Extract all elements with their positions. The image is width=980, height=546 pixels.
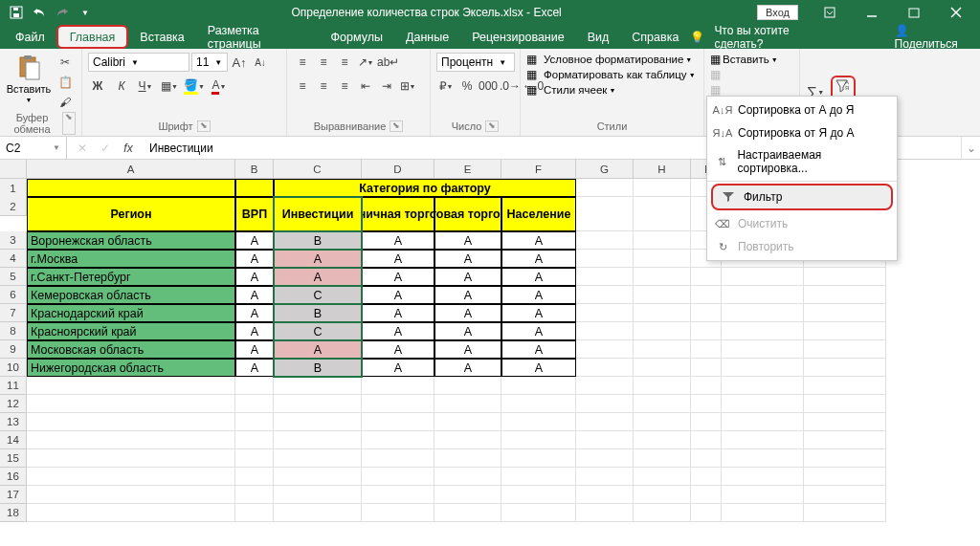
cell[interactable]: Московская область	[27, 340, 235, 359]
cell[interactable]: C	[274, 286, 362, 304]
cell[interactable]	[362, 504, 434, 522]
cell[interactable]	[235, 504, 274, 522]
cell[interactable]	[576, 340, 634, 359]
qat-customize-icon[interactable]: ▼	[75, 2, 96, 23]
cell[interactable]	[804, 395, 886, 413]
cell[interactable]	[691, 377, 722, 395]
cell[interactable]: A	[501, 304, 576, 322]
cell[interactable]	[722, 268, 804, 286]
cell[interactable]	[804, 449, 886, 468]
cell[interactable]: A	[434, 268, 501, 286]
cell[interactable]	[576, 286, 634, 304]
select-all-corner[interactable]	[0, 160, 27, 179]
cell[interactable]: A	[362, 231, 434, 250]
cell[interactable]: A	[501, 340, 576, 359]
cell[interactable]	[27, 179, 235, 197]
currency-icon[interactable]: ₽▼	[436, 76, 456, 96]
cut-icon[interactable]: ✂	[56, 53, 75, 72]
cell[interactable]	[362, 468, 434, 486]
cell[interactable]	[634, 268, 691, 286]
cell[interactable]	[27, 395, 235, 413]
wrap-text-icon[interactable]: ab↵	[377, 53, 399, 72]
cell[interactable]: Категория по фактору	[274, 179, 576, 197]
tab-review[interactable]: Рецензирование	[460, 25, 576, 49]
cell[interactable]	[576, 304, 634, 322]
cell[interactable]: A	[235, 322, 274, 340]
col-header[interactable]: G	[576, 160, 634, 179]
font-color-icon[interactable]: A▼	[210, 76, 229, 96]
tab-data[interactable]: Данные	[394, 25, 460, 49]
cell[interactable]	[804, 359, 886, 377]
insert-cells-button[interactable]: ▦ Вставить ▼	[710, 53, 778, 66]
col-header[interactable]: D	[362, 160, 434, 179]
cell[interactable]	[434, 504, 501, 522]
cell[interactable]: г.Москва	[27, 250, 235, 268]
cell[interactable]	[362, 413, 434, 431]
cell[interactable]: A	[362, 359, 434, 377]
cell[interactable]	[576, 504, 634, 522]
cell[interactable]	[804, 377, 886, 395]
cell[interactable]	[722, 449, 804, 468]
save-icon[interactable]	[6, 2, 27, 23]
close-icon[interactable]	[936, 0, 976, 25]
cell[interactable]: A	[235, 250, 274, 268]
cell[interactable]	[576, 359, 634, 377]
cell[interactable]: A	[501, 268, 576, 286]
cell[interactable]	[804, 322, 886, 340]
delete-cells-button[interactable]: ▦	[710, 68, 721, 81]
fx-icon[interactable]: fx	[119, 139, 138, 158]
cell[interactable]	[804, 286, 886, 304]
font-size-combo[interactable]: 11▼	[191, 53, 228, 72]
cell[interactable]	[235, 468, 274, 486]
grow-font-icon[interactable]: A↑	[230, 53, 249, 72]
cell[interactable]: A	[434, 304, 501, 322]
cell[interactable]	[691, 322, 722, 340]
cell[interactable]	[501, 377, 576, 395]
cell[interactable]	[722, 377, 804, 395]
cell[interactable]	[576, 231, 634, 250]
cell[interactable]	[722, 359, 804, 377]
cell[interactable]	[235, 377, 274, 395]
cell[interactable]	[691, 413, 722, 431]
percent-icon[interactable]: %	[457, 76, 477, 96]
cell[interactable]	[804, 486, 886, 504]
col-header[interactable]: C	[274, 160, 362, 179]
cell[interactable]	[634, 449, 691, 468]
cell[interactable]	[274, 431, 362, 449]
align-middle-icon[interactable]: ≡	[314, 53, 333, 72]
tab-view[interactable]: Вид	[576, 25, 621, 49]
row-header[interactable]: 15	[0, 449, 27, 468]
indent-dec-icon[interactable]: ⇤	[356, 76, 375, 96]
cell[interactable]: A	[235, 286, 274, 304]
cell[interactable]	[634, 231, 691, 250]
format-cells-button[interactable]: ▦	[710, 83, 721, 97]
cell[interactable]	[722, 413, 804, 431]
cell[interactable]	[691, 431, 722, 449]
align-dialog-icon[interactable]: ⬊	[390, 120, 403, 132]
align-center-icon[interactable]: ≡	[314, 76, 333, 96]
cell[interactable]	[691, 286, 722, 304]
cell[interactable]	[804, 340, 886, 359]
cell[interactable]	[634, 340, 691, 359]
cell[interactable]	[691, 304, 722, 322]
cell[interactable]: A	[434, 322, 501, 340]
cell[interactable]	[27, 468, 235, 486]
cell[interactable]: A	[362, 340, 434, 359]
cell[interactable]	[804, 468, 886, 486]
cell[interactable]	[634, 304, 691, 322]
row-header[interactable]: 18	[0, 504, 27, 522]
cell[interactable]	[634, 413, 691, 431]
cell[interactable]	[691, 504, 722, 522]
cell[interactable]	[27, 431, 235, 449]
maximize-icon[interactable]	[894, 0, 934, 25]
cell[interactable]	[691, 449, 722, 468]
cell[interactable]	[634, 359, 691, 377]
cell[interactable]: A	[501, 286, 576, 304]
cell[interactable]: A	[501, 322, 576, 340]
cell[interactable]: A	[235, 340, 274, 359]
cell[interactable]	[722, 340, 804, 359]
name-box[interactable]: C2▼	[0, 137, 67, 159]
cell[interactable]: A	[501, 231, 576, 250]
underline-icon[interactable]: Ч▼	[136, 76, 155, 96]
tab-file[interactable]: Файл	[4, 25, 56, 49]
